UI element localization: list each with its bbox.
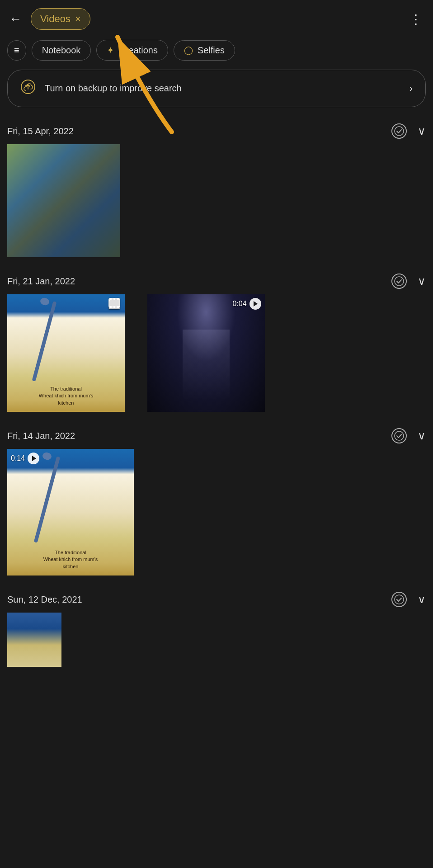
- food-caption: The traditionalWheat khich from mum'skit…: [7, 386, 125, 406]
- svg-rect-9: [113, 306, 115, 308]
- media-grid-jan21-2022: The traditionalWheat khich from mum'skit…: [7, 294, 426, 412]
- media-grid-dec-2021: [7, 613, 426, 667]
- notebook-chip-label: Notebook: [42, 45, 81, 56]
- header-left: ← Videos ×: [7, 8, 90, 30]
- partial-thumb: [7, 613, 61, 667]
- date-label-apr-2022: Fri, 15 Apr, 2022: [7, 126, 74, 137]
- select-all-jan14-2022[interactable]: [391, 428, 407, 443]
- select-all-apr-2022[interactable]: [391, 123, 407, 139]
- filter-row: ≡ Notebook ✦ Creations ◯ Selfies: [0, 34, 433, 68]
- videos-filter-chip[interactable]: Videos ×: [31, 8, 90, 30]
- date-label-jan14-2022: Fri, 14 Jan, 2022: [7, 431, 75, 441]
- back-button[interactable]: ←: [7, 10, 24, 28]
- videos-chip-label: Videos: [40, 13, 71, 25]
- date-group-apr-2022: Fri, 15 Apr, 2022 ∨: [0, 116, 433, 257]
- media-item-blurred-outdoor[interactable]: [7, 144, 120, 257]
- select-all-jan21-2022[interactable]: [391, 274, 407, 289]
- collapse-dec-2021[interactable]: ∨: [418, 593, 426, 606]
- media-item-forest-video[interactable]: 0:04: [147, 294, 265, 412]
- selfies-chip-label: Selfies: [198, 45, 225, 56]
- date-header-jan21-2022: Fri, 21 Jan, 2022 ∨: [7, 266, 426, 294]
- backup-text: Turn on backup to improve search: [45, 83, 400, 94]
- collapse-jan21-2022[interactable]: ∨: [418, 275, 426, 288]
- date-header-jan14-2022: Fri, 14 Jan, 2022 ∨: [7, 421, 426, 449]
- creations-chip[interactable]: ✦ Creations: [96, 40, 168, 61]
- svg-rect-6: [113, 298, 115, 300]
- svg-rect-7: [117, 298, 119, 300]
- notebook-chip[interactable]: Notebook: [32, 40, 91, 61]
- media-grid-apr-2022: [7, 144, 426, 257]
- food-thumb-2: The traditionalWheat khich from mum'skit…: [7, 449, 134, 576]
- collapse-jan14-2022[interactable]: ∨: [418, 429, 426, 442]
- svg-point-3: [395, 277, 404, 286]
- date-label-dec-2021: Sun, 12 Dec, 2021: [7, 594, 82, 605]
- select-all-dec-2021[interactable]: [391, 592, 407, 607]
- filter-lines-icon: ≡: [14, 45, 19, 56]
- collapse-apr-2022[interactable]: ∨: [418, 125, 426, 137]
- svg-rect-5: [110, 298, 112, 300]
- svg-point-12: [395, 595, 404, 604]
- date-group-jan14-2022: Fri, 14 Jan, 2022 ∨ The traditionalWheat…: [0, 421, 433, 576]
- date-header-apr-2022: Fri, 15 Apr, 2022 ∨: [7, 116, 426, 144]
- date-group-dec-2021: Sun, 12 Dec, 2021 ∨: [0, 585, 433, 667]
- svg-rect-10: [117, 306, 119, 308]
- svg-point-2: [395, 127, 404, 136]
- svg-rect-4: [109, 299, 120, 307]
- play-icon: [249, 298, 261, 310]
- close-chip-icon[interactable]: ×: [75, 13, 81, 25]
- date-group-jan21-2022: Fri, 21 Jan, 2022 ∨ The traditionalWheat…: [0, 266, 433, 412]
- media-item-food-video[interactable]: The traditionalWheat khich from mum'skit…: [7, 294, 125, 412]
- date-actions-dec-2021: ∨: [391, 592, 426, 607]
- food-thumb: The traditionalWheat khich from mum'skit…: [7, 294, 125, 412]
- backup-chevron-icon: ›: [409, 83, 413, 94]
- duration-label-2: 0:14: [11, 454, 25, 462]
- duration-label: 0:04: [233, 300, 247, 308]
- cloud-upload-icon: [20, 79, 36, 98]
- video-duration-badge-2: 0:14: [11, 453, 39, 464]
- backup-banner[interactable]: Turn on backup to improve search ›: [7, 70, 426, 107]
- header: ← Videos × ⋮: [0, 0, 433, 34]
- filter-icon-button[interactable]: ≡: [7, 40, 26, 61]
- media-grid-jan14-2022: The traditionalWheat khich from mum'skit…: [7, 449, 426, 576]
- date-actions-jan21-2022: ∨: [391, 274, 426, 289]
- svg-rect-8: [110, 306, 112, 308]
- play-icon-2: [28, 453, 39, 464]
- video-duration-badge: 0:04: [233, 298, 261, 310]
- svg-point-11: [395, 431, 404, 440]
- creations-chip-label: Creations: [119, 45, 158, 56]
- selfies-face-icon: ◯: [184, 45, 193, 55]
- date-header-dec-2021: Sun, 12 Dec, 2021 ∨: [7, 585, 426, 613]
- blurred-outdoor-thumb: [7, 144, 120, 257]
- media-item-food-video-2[interactable]: The traditionalWheat khich from mum'skit…: [7, 449, 134, 576]
- more-options-button[interactable]: ⋮: [408, 10, 424, 28]
- selfies-chip[interactable]: ◯ Selfies: [174, 40, 235, 61]
- media-item-dec-partial[interactable]: [7, 613, 61, 667]
- food-caption-2: The traditionalWheat khich from mum'skit…: [7, 549, 134, 570]
- date-label-jan21-2022: Fri, 21 Jan, 2022: [7, 276, 75, 287]
- creations-sparkle-icon: ✦: [107, 45, 114, 56]
- dark-forest-thumb: [147, 294, 265, 412]
- film-icon-overlay: [108, 298, 120, 310]
- date-actions-jan14-2022: ∨: [391, 428, 426, 443]
- date-actions-apr-2022: ∨: [391, 123, 426, 139]
